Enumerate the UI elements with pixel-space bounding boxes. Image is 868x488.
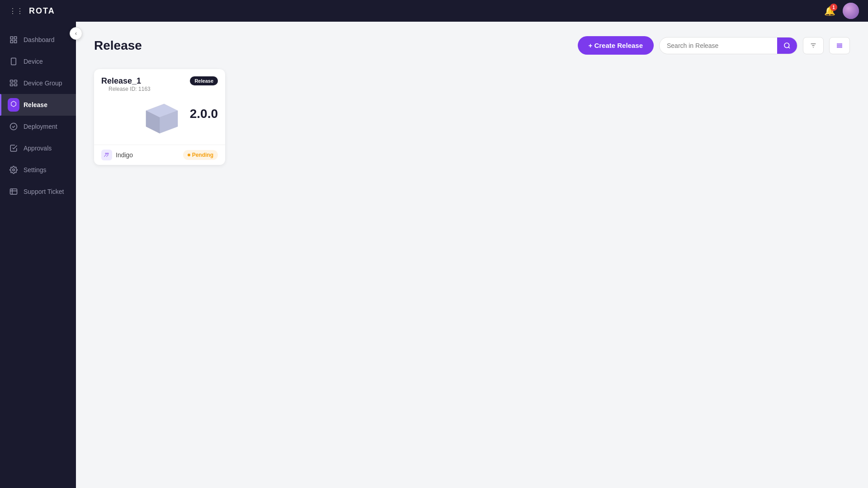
app-logo: ROTA — [29, 6, 55, 16]
svg-point-25 — [105, 153, 107, 155]
list-view-button[interactable] — [829, 37, 850, 54]
svg-rect-9 — [14, 84, 17, 86]
svg-rect-7 — [14, 80, 17, 82]
card-id-label: Release ID: — [108, 86, 137, 92]
card-badge: Release — [190, 76, 218, 85]
svg-rect-2 — [10, 41, 13, 43]
dashboard-icon — [9, 35, 18, 44]
create-release-button[interactable]: + Create Release — [578, 36, 654, 55]
main-layout: ‹ Dashboard Device — [0, 22, 868, 488]
sidebar-item-label: Deployment — [24, 123, 57, 130]
group-name: Indigo — [116, 151, 133, 159]
filter-button[interactable] — [803, 37, 824, 54]
device-group-icon — [9, 79, 18, 88]
group-icon — [101, 150, 112, 160]
sidebar-collapse-button[interactable]: ‹ — [70, 27, 82, 40]
sidebar: ‹ Dashboard Device — [0, 22, 76, 488]
card-visual: 2.0.0 — [94, 99, 225, 145]
deployment-icon — [9, 122, 18, 131]
release-card[interactable]: Release_1 Release ID: 1163 Release — [94, 69, 225, 165]
svg-rect-6 — [10, 80, 13, 82]
sidebar-item-release[interactable]: Release — [0, 94, 76, 116]
grid-icon[interactable]: ⋮⋮ — [9, 7, 24, 15]
page-title: Release — [94, 38, 142, 53]
sidebar-item-label: Device — [24, 58, 43, 65]
sidebar-item-settings[interactable]: Settings — [0, 159, 76, 181]
sidebar-item-label: Support Ticket — [24, 188, 64, 195]
sidebar-item-approvals[interactable]: Approvals — [0, 137, 76, 159]
status-dot — [188, 154, 190, 156]
notification-badge: 1 — [830, 4, 837, 11]
card-version: 2.0.0 — [190, 107, 218, 121]
approvals-icon — [9, 144, 18, 153]
notification-button[interactable]: 🔔 1 — [824, 5, 835, 16]
card-title: Release_1 — [101, 76, 158, 86]
release-icon — [9, 100, 18, 109]
card-id: Release ID: 1163 — [101, 86, 158, 96]
svg-point-13 — [784, 43, 789, 48]
sidebar-item-label: Device Group — [24, 80, 62, 87]
sidebar-item-label: Release — [24, 101, 47, 108]
card-header: Release_1 Release ID: 1163 Release — [94, 69, 225, 99]
sidebar-item-device-group[interactable]: Device Group — [0, 72, 76, 94]
sidebar-item-device[interactable]: Device — [0, 51, 76, 72]
topbar-right: 🔔 1 — [824, 3, 859, 19]
svg-point-11 — [13, 169, 15, 171]
svg-rect-1 — [14, 37, 17, 39]
sidebar-item-support-ticket[interactable]: Support Ticket — [0, 181, 76, 202]
svg-rect-0 — [10, 37, 13, 39]
svg-rect-4 — [11, 58, 16, 65]
svg-point-10 — [10, 123, 17, 130]
svg-rect-8 — [10, 84, 13, 86]
search-input[interactable] — [660, 38, 777, 54]
card-title-group: Release_1 Release ID: 1163 — [101, 76, 158, 96]
topbar-left: ⋮⋮ ROTA — [9, 6, 55, 16]
sidebar-item-label: Approvals — [24, 145, 52, 152]
sidebar-item-dashboard[interactable]: Dashboard — [0, 29, 76, 51]
svg-rect-3 — [14, 41, 17, 43]
card-group: Indigo — [101, 150, 133, 160]
search-container — [659, 37, 797, 54]
card-id-value: 1163 — [138, 86, 151, 92]
sidebar-item-deployment[interactable]: Deployment — [0, 116, 76, 137]
page-header: Release + Create Release — [94, 36, 850, 55]
svg-rect-12 — [10, 189, 17, 194]
card-footer: Indigo Pending — [94, 145, 225, 165]
support-ticket-icon — [9, 187, 18, 196]
svg-line-14 — [788, 47, 790, 48]
status-label: Pending — [192, 152, 213, 158]
chevron-left-icon: ‹ — [75, 30, 77, 37]
avatar-image — [843, 3, 859, 19]
sidebar-item-label: Dashboard — [24, 36, 55, 43]
content-area: Release + Create Release — [76, 22, 868, 488]
sidebar-item-label: Settings — [24, 166, 47, 174]
search-button[interactable] — [777, 38, 797, 54]
svg-point-26 — [107, 153, 108, 155]
device-icon — [9, 57, 18, 66]
avatar[interactable] — [843, 3, 859, 19]
status-badge: Pending — [183, 150, 218, 160]
box-3d-illustration — [132, 102, 187, 142]
header-actions: + Create Release — [578, 36, 850, 55]
settings-icon — [9, 165, 18, 174]
cards-grid: Release_1 Release ID: 1163 Release — [94, 69, 850, 165]
topbar: ⋮⋮ ROTA 🔔 1 — [0, 0, 868, 22]
